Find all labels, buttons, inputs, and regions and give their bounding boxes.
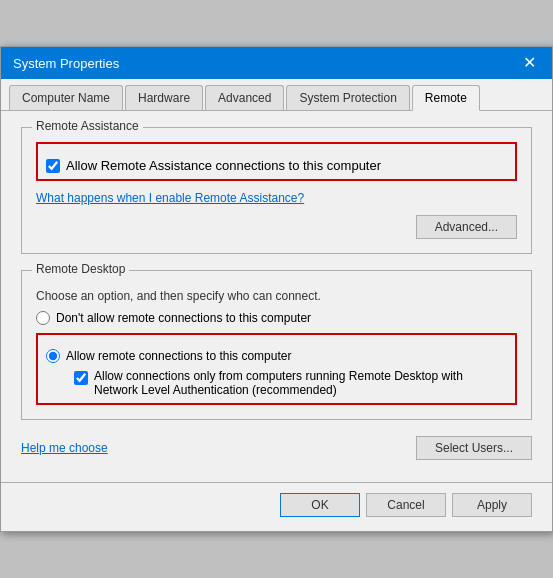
dont-allow-radio[interactable]	[36, 311, 50, 325]
nla-checkbox-row: Allow connections only from computers ru…	[74, 369, 507, 397]
tab-computer-name[interactable]: Computer Name	[9, 85, 123, 110]
tab-hardware[interactable]: Hardware	[125, 85, 203, 110]
apply-button[interactable]: Apply	[452, 493, 532, 517]
allow-remote-assistance-text[interactable]: Allow Remote Assistance connections to t…	[66, 158, 381, 173]
dont-allow-radio-row: Don't allow remote connections to this c…	[36, 311, 517, 325]
tab-content: Remote Assistance Allow Remote Assistanc…	[1, 111, 552, 482]
remote-desktop-label: Remote Desktop	[32, 262, 129, 276]
remote-assistance-label: Remote Assistance	[32, 119, 143, 133]
remote-assistance-highlighted-box: Allow Remote Assistance connections to t…	[36, 142, 517, 181]
tab-system-protection[interactable]: System Protection	[286, 85, 409, 110]
tab-remote[interactable]: Remote	[412, 85, 480, 111]
tab-bar: Computer Name Hardware Advanced System P…	[1, 79, 552, 111]
allow-remote-desktop-highlighted-box: Allow remote connections to this compute…	[36, 333, 517, 405]
remote-desktop-description: Choose an option, and then specify who c…	[36, 289, 517, 303]
allow-remote-label[interactable]: Allow remote connections to this compute…	[66, 349, 291, 363]
dont-allow-label[interactable]: Don't allow remote connections to this c…	[56, 311, 311, 325]
ok-button[interactable]: OK	[280, 493, 360, 517]
allow-remote-radio-row: Allow remote connections to this compute…	[46, 349, 507, 363]
close-button[interactable]: ✕	[519, 55, 540, 71]
remote-assistance-section: Remote Assistance Allow Remote Assistanc…	[21, 127, 532, 254]
select-users-button[interactable]: Select Users...	[416, 436, 532, 460]
help-me-choose-link[interactable]: Help me choose	[21, 441, 108, 455]
allow-remote-assistance-row: Allow Remote Assistance connections to t…	[46, 158, 507, 173]
nla-checkbox[interactable]	[74, 371, 88, 385]
remote-desktop-section: Remote Desktop Choose an option, and the…	[21, 270, 532, 420]
tab-advanced[interactable]: Advanced	[205, 85, 284, 110]
system-properties-window: System Properties ✕ Computer Name Hardwa…	[0, 46, 553, 532]
allow-remote-assistance-checkbox[interactable]	[46, 159, 60, 173]
window-title: System Properties	[13, 56, 119, 71]
remote-assistance-advanced-row: Advanced...	[36, 215, 517, 239]
remote-assistance-advanced-button[interactable]: Advanced...	[416, 215, 517, 239]
footer-row: Help me choose Select Users...	[21, 436, 532, 466]
nla-checkbox-label[interactable]: Allow connections only from computers ru…	[94, 369, 507, 397]
allow-remote-radio[interactable]	[46, 349, 60, 363]
dialog-footer: OK Cancel Apply	[1, 482, 552, 531]
title-bar: System Properties ✕	[1, 47, 552, 79]
remote-assistance-help-link[interactable]: What happens when I enable Remote Assist…	[36, 191, 304, 205]
cancel-button[interactable]: Cancel	[366, 493, 446, 517]
